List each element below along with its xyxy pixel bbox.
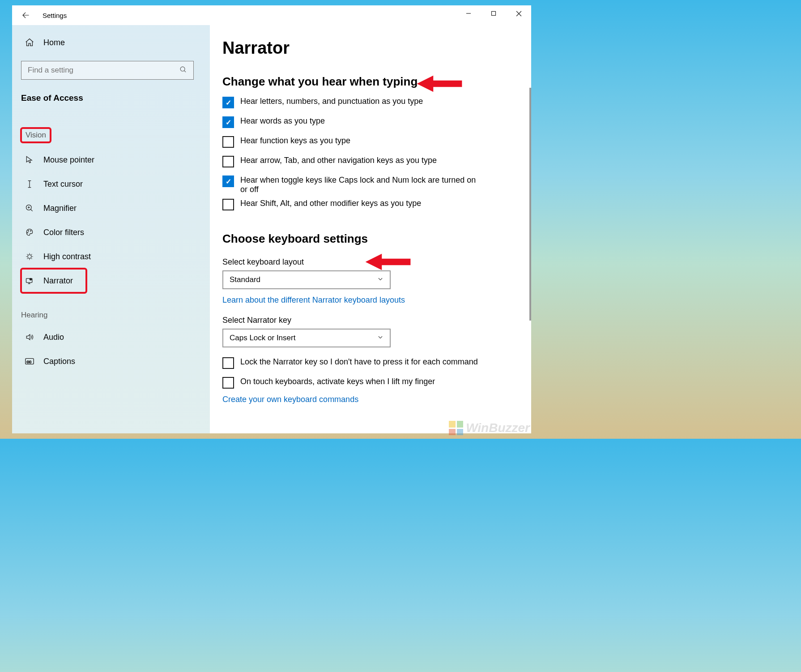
section-title-keyboard: Choose keyboard settings [222,232,519,246]
checkbox-label: Hear words as you type [240,116,325,126]
svg-point-6 [28,255,31,258]
sidebar-item-narrator[interactable]: Narrator [21,269,86,293]
narrator-icon [25,276,34,286]
window-controls [456,5,531,21]
sidebar-item-captions[interactable]: CC Captions [21,349,194,373]
svg-point-4 [30,231,31,231]
checkbox-hear-words[interactable] [222,116,234,128]
chevron-down-icon [377,275,383,284]
keyboard-layout-dropdown[interactable]: Standard [222,270,391,289]
sidebar: Home Ease of Access Vision Mouse pointer… [12,25,210,433]
titlebar: Settings [12,5,531,25]
group-label-vision: Vision [21,128,51,142]
minimize-button[interactable] [456,5,481,21]
checkbox-row: Hear when toggle keys like Caps lock and… [222,175,519,194]
checkbox-row: Hear function keys as you type [222,136,519,148]
search-icon [179,66,187,75]
svg-rect-0 [492,12,496,16]
sidebar-item-label: Color filters [43,228,84,237]
section-title-typing: Change what you hear when typing [222,75,519,89]
checkbox-label: Hear function keys as you type [240,136,350,146]
home-icon [25,38,34,47]
narrator-key-label: Select Narrator key [222,316,519,325]
color-filters-icon [25,227,34,237]
magnifier-icon [25,203,34,213]
audio-icon [25,332,34,342]
checkbox-row: Hear letters, numbers, and punctuation a… [222,97,519,108]
sidebar-item-high-contrast[interactable]: High contrast [21,244,194,269]
sidebar-item-magnifier[interactable]: Magnifier [21,196,194,220]
checkbox-label: Hear when toggle keys like Caps lock and… [240,175,482,194]
sidebar-item-label: Text cursor [43,180,83,189]
sidebar-item-label: High contrast [43,252,91,261]
captions-icon: CC [25,356,34,366]
sidebar-item-text-cursor[interactable]: Text cursor [21,172,194,196]
maximize-button[interactable] [481,5,506,21]
checkbox-row: Hear arrow, Tab, and other navigation ke… [222,156,519,167]
high-contrast-icon [25,252,34,261]
search-input[interactable] [21,61,194,80]
checkbox-touch-keyboards[interactable] [222,377,234,389]
sidebar-item-label: Magnifier [43,204,77,213]
checkbox-label: Lock the Narrator key so I don't have to… [240,357,478,367]
mouse-pointer-icon [25,155,34,165]
back-arrow-icon [21,11,30,19]
dropdown-value: Standard [230,275,260,284]
narrator-key-dropdown[interactable]: Caps Lock or Insert [222,329,391,347]
keyboard-layout-label: Select keyboard layout [222,257,519,267]
back-button[interactable] [16,5,35,25]
scrollbar[interactable] [528,52,531,433]
checkbox-hear-nav-keys[interactable] [222,156,234,167]
close-button[interactable] [506,5,531,21]
close-icon [516,11,522,17]
svg-point-5 [27,232,28,233]
page-title: Narrator [222,39,519,58]
content-pane: Narrator Change what you hear when typin… [210,25,531,433]
checkbox-row: Lock the Narrator key so I don't have to… [222,357,519,369]
link-keyboard-commands[interactable]: Create your own keyboard commands [222,395,358,404]
svg-point-8 [30,278,31,280]
svg-point-1 [180,67,185,71]
sidebar-item-label: Mouse pointer [43,155,94,165]
scrollbar-thumb[interactable] [529,88,531,321]
checkbox-hear-modifier-keys[interactable] [222,199,234,210]
home-button[interactable]: Home [21,32,194,53]
sidebar-item-mouse-pointer[interactable]: Mouse pointer [21,148,194,172]
checkbox-row: On touch keyboards, activate keys when I… [222,377,519,389]
settings-window: Settings Home [12,5,531,433]
group-label-hearing: Hearing [21,311,48,320]
dropdown-value: Caps Lock or Insert [230,334,295,342]
svg-point-3 [28,231,29,231]
sidebar-item-color-filters[interactable]: Color filters [21,220,194,244]
category-title: Ease of Access [21,93,194,103]
sidebar-item-label: Captions [43,357,75,366]
checkbox-label: Hear letters, numbers, and punctuation a… [240,97,423,106]
checkbox-hear-letters[interactable] [222,97,234,108]
checkbox-hear-function-keys[interactable] [222,136,234,148]
sidebar-item-audio[interactable]: Audio [21,325,194,349]
checkbox-hear-toggle-keys[interactable] [222,175,234,187]
maximize-icon [491,11,496,16]
checkbox-label: On touch keyboards, activate keys when I… [240,377,435,386]
checkbox-row: Hear Shift, Alt, and other modifier keys… [222,199,519,210]
checkbox-row: Hear words as you type [222,116,519,128]
checkbox-label: Hear arrow, Tab, and other navigation ke… [240,156,437,165]
checkbox-label: Hear Shift, Alt, and other modifier keys… [240,199,421,208]
sidebar-item-label: Narrator [43,276,73,286]
minimize-icon [466,11,471,16]
window-title: Settings [43,12,67,19]
link-keyboard-layouts[interactable]: Learn about the different Narrator keybo… [222,295,405,305]
home-label: Home [43,38,65,47]
text-cursor-icon [25,179,34,189]
checkbox-lock-narrator-key[interactable] [222,357,234,369]
sidebar-item-label: Audio [43,333,64,342]
chevron-down-icon [377,334,383,342]
svg-text:CC: CC [27,360,32,364]
search-field[interactable] [28,66,179,75]
